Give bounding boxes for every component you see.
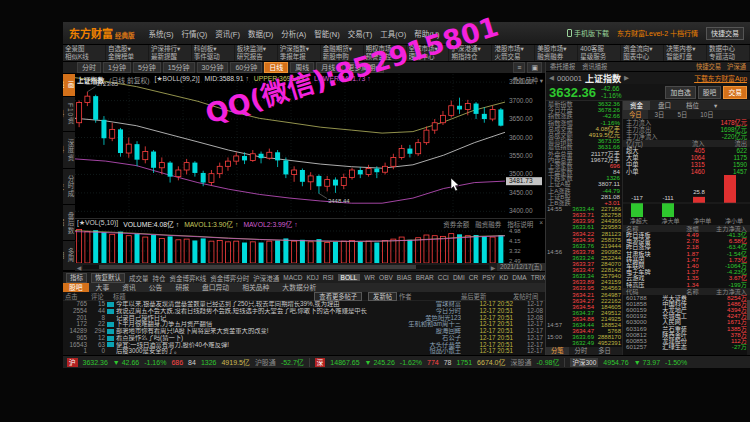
menu-item[interactable]: 交易(T)	[348, 28, 373, 39]
period-tab[interactable]: 1分钟	[103, 62, 131, 73]
indicator-item[interactable]: 持仓	[153, 273, 166, 283]
funds-tab-dropdown-icon[interactable]: ▾	[707, 101, 724, 110]
more-posts-button[interactable]: 查看更多帖子	[314, 292, 362, 301]
volume-link[interactable]: 指标说明	[507, 219, 533, 229]
time-sales-tab[interactable]: 分笔	[546, 347, 569, 355]
phone-download-link[interactable]: 手机版下载	[567, 28, 609, 38]
rail-tab[interactable]: 盘后数据	[63, 205, 75, 241]
indicator-button[interactable]: 恢复默认	[91, 273, 125, 283]
col-title[interactable]: 标题	[113, 292, 308, 301]
next-symbol-arrow[interactable]: ▶	[624, 74, 629, 82]
funds-tab[interactable]: 盘口	[651, 101, 678, 110]
menu-item[interactable]: 资讯(F)	[215, 28, 240, 39]
status-market-tag[interactable]: 沪	[67, 358, 78, 367]
volume-pane[interactable]: [★VOL(5,10)] VOLUME:4.08亿 ↑ MAVOL1:3.90亿…	[75, 218, 545, 263]
stock-col-flow[interactable]: 主力净流入	[699, 288, 747, 295]
indicator-button[interactable]: 指标	[66, 273, 87, 283]
toolbar-chip[interactable]: 400客服星级服务	[578, 45, 621, 61]
broadcast-action[interactable]: 快捷交易	[696, 62, 721, 71]
quick-trade-button[interactable]: 快捷交易	[706, 27, 744, 40]
toolbar-chip[interactable]: 自选股▾金牌榜单	[106, 45, 149, 61]
time-sales-list[interactable]: 14:553633.442271863633.712827583633.9924…	[546, 206, 622, 347]
post-author[interactable]: 金色阳光123	[395, 315, 461, 322]
sector-col-name[interactable]: 名称	[626, 225, 667, 232]
new-post-button[interactable]: 发新帖	[368, 292, 397, 301]
funds-period-tab[interactable]: 5日	[671, 110, 693, 119]
post-author[interactable]: 右公子	[395, 335, 461, 342]
toolbar-chip[interactable]: 科创板▾事件驱动	[192, 45, 235, 61]
indicator-item[interactable]: CR	[469, 274, 478, 281]
guba-post-row[interactable]: 14289294部署地市你有看周只!A股下周将迎来大资金重大的改变!股海回眸12…	[63, 328, 545, 335]
status-market-tag[interactable]: 深	[315, 358, 326, 367]
scroll-right-arrow[interactable]: ▶	[489, 264, 497, 271]
time-sales-tab[interactable]: 分时	[570, 347, 593, 355]
indicator-item[interactable]: 资金博弈分时	[210, 273, 249, 283]
post-author[interactable]: 恒品小散王	[395, 348, 461, 355]
guba-post-row[interactable]: 10后疫3000是安全的了。恒品小散王12-17 20:5112-17	[63, 348, 545, 355]
toolbar-chip[interactable]: 港股市场▾火箭交易	[492, 45, 535, 61]
menu-item[interactable]: 智能(N)	[314, 28, 339, 39]
post-author[interactable]: 今日分时	[395, 308, 461, 315]
toolbar-chip[interactable]: 数据中心专题活动	[707, 45, 750, 61]
quote-button-交易[interactable]: 交易	[723, 86, 747, 99]
level2-link[interactable]: 东方财富Level-2 十档行情	[617, 28, 698, 38]
indicator-item[interactable]: BIAS	[397, 274, 412, 281]
post-author[interactable]: 生机勃勃am周十三	[395, 321, 461, 328]
close-icon[interactable]: ×	[539, 219, 543, 229]
col-posted[interactable]: 发帖时间	[513, 292, 543, 301]
toolbar-chip[interactable]: 全景图相似K线	[63, 45, 106, 61]
post-title[interactable]: 部署地市你有看周只!A股下周将迎来大资金重大的改变!	[116, 328, 393, 335]
stock-col-name[interactable]: 名称	[667, 288, 698, 295]
stock-row[interactable]: 601257汇绿生态-27万	[623, 344, 750, 350]
col-author[interactable]: 作者	[399, 292, 459, 301]
toolbar-chip[interactable]: 板块监测▾研究报告	[235, 45, 278, 61]
rail-tab[interactable]: F10资料	[63, 97, 75, 133]
period-tab[interactable]: 15分钟	[163, 62, 195, 73]
post-title[interactable]: 下半月很难翻身,力争五月资产翻倍	[116, 321, 393, 328]
funds-tab[interactable]: 资金	[623, 101, 650, 110]
post-title[interactable]: 便宜:一线白酒富有潜力,股价40不难反弹!	[116, 342, 393, 349]
period-tab[interactable]: 30分钟	[197, 62, 229, 73]
guba-post-row[interactable]: 2018记录自己操作日记金色阳光12312-17 20:5112-08	[63, 315, 545, 322]
indicator-item[interactable]: PSY	[482, 274, 495, 281]
toolbar-chip[interactable]: 美股市场▾融资融券	[535, 45, 578, 61]
funds-period-tab[interactable]: 10日	[694, 110, 719, 119]
indicator-item[interactable]: 资金博弈K线	[170, 273, 207, 283]
indicator-item[interactable]: 沪深港通	[253, 273, 279, 283]
guba-post-row[interactable]: 76515今年以来,银基发现清盘基金数量已经达到了250只,较去年同期增长39%…	[63, 301, 545, 308]
stock-col-code[interactable]: 代码	[626, 288, 667, 295]
guba-post-row[interactable]: 17222下半月很难翻身,力争五月资产翻倍生机勃勃am周十三12-17 20:5…	[63, 321, 545, 328]
menu-item[interactable]: 行情(Q)	[182, 28, 208, 39]
indicator-item[interactable]: KD	[499, 274, 508, 281]
toolbar-chip[interactable]: 决策内参▾智能盯盘	[664, 45, 707, 61]
indicator-item[interactable]: DMA	[512, 274, 526, 281]
post-title[interactable]: 我说过周五不会大跌,没看日线趋势不会跌,短线选手的天堂会了吧,你敢下的话不难赚是…	[116, 308, 393, 315]
scroll-left-arrow[interactable]: ◀	[75, 264, 83, 271]
status-market-tag[interactable]: 沪深300	[570, 358, 598, 367]
scrollbar-thumb[interactable]	[99, 265, 416, 269]
post-author[interactable]: 雪球财富	[395, 301, 461, 308]
funds-period-tab[interactable]: 今日	[623, 110, 648, 119]
menu-item[interactable]: 系统(S)	[149, 28, 174, 39]
indicator-item[interactable]: OBV	[379, 274, 393, 281]
indicator-item[interactable]: BOLL	[338, 274, 361, 281]
guba-post-row[interactable]: 96512看点操作么了吗(猜一下)右公子12-17 20:5112-17	[63, 335, 545, 342]
indicator-item[interactable]: DMI	[453, 274, 465, 281]
col-updated[interactable]: 最后更新	[461, 292, 511, 301]
volume-link[interactable]: 资券余额	[443, 219, 469, 229]
indicator-item[interactable]: WR	[364, 274, 375, 281]
post-author[interactable]: 大头仔基金	[395, 342, 461, 349]
toolbar-chip[interactable]: 资金流向▾图表中心	[621, 45, 664, 61]
indicator-item[interactable]: MACD	[283, 274, 302, 281]
guba-post-row[interactable]: 255444我说过周五不会大跌,没看日线趋势不会跌,短线选手的天堂会了吧,你敢下…	[63, 308, 545, 315]
time-sales-tab[interactable]: 多日	[593, 347, 616, 355]
quote-button-股吧[interactable]: 股吧	[698, 86, 722, 99]
indicator-item[interactable]: KDJ	[306, 274, 318, 281]
indicator-item[interactable]: CCI	[438, 274, 449, 281]
period-tab[interactable]: 分时	[77, 62, 101, 73]
post-title[interactable]: 记录自己操作日记	[116, 315, 393, 322]
post-title[interactable]: 看点操作么了吗(猜一下)	[116, 335, 393, 342]
rail-tab[interactable]: 多周期	[63, 241, 75, 271]
broadcast-item[interactable]: 委托播报	[550, 62, 575, 71]
funds-tab[interactable]: 档位	[679, 101, 706, 110]
